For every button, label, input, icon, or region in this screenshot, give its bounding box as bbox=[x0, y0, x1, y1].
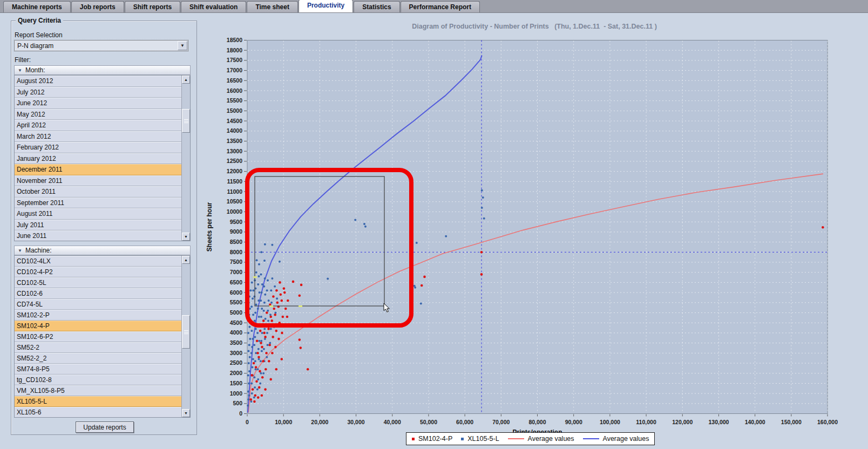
list-item[interactable]: November 2011 bbox=[15, 175, 181, 187]
y-tick-label: 7000 bbox=[230, 269, 243, 275]
scatter-point bbox=[251, 392, 253, 394]
y-tick-label: 0 bbox=[239, 410, 242, 417]
scatter-point bbox=[284, 308, 287, 310]
list-item[interactable]: CD102-4LX bbox=[15, 256, 181, 267]
list-item[interactable]: SM102-2-P bbox=[15, 310, 181, 321]
report-selection-combo[interactable]: P-N diagram ▼ bbox=[14, 40, 188, 51]
list-rows: CD102-4LXCD102-4-P2CD102-5LCD102-6CD74-5… bbox=[15, 256, 181, 417]
list-item[interactable]: SM52-2_2 bbox=[15, 353, 181, 364]
tab-shift-reports[interactable]: Shift reports bbox=[125, 1, 180, 12]
list-item[interactable]: XL105-5-L bbox=[15, 396, 181, 407]
tab-performance-report[interactable]: Performance Report bbox=[401, 1, 480, 12]
tab-productivity[interactable]: Productivity bbox=[299, 0, 353, 12]
scatter-point bbox=[251, 281, 253, 283]
tab-shift-evaluation[interactable]: Shift evaluation bbox=[181, 1, 246, 12]
scatter-point bbox=[259, 370, 261, 373]
scatter-point bbox=[256, 340, 259, 343]
list-item[interactable]: SM102-4-P bbox=[15, 321, 181, 331]
scroll-down-icon[interactable]: ▼ bbox=[182, 233, 190, 241]
list-item[interactable]: SM52-2 bbox=[15, 342, 181, 353]
list-item[interactable]: June 2012 bbox=[15, 98, 181, 109]
scrollbar[interactable]: ▲▼ bbox=[181, 76, 190, 241]
list-item[interactable]: tg_CD102-8 bbox=[15, 375, 181, 385]
scroll-thumb[interactable] bbox=[182, 109, 190, 133]
scatter-point bbox=[254, 319, 256, 322]
scatter-point bbox=[257, 356, 260, 359]
scatter-point bbox=[264, 294, 266, 296]
scatter-point bbox=[257, 300, 260, 302]
scatter-point bbox=[271, 244, 273, 246]
x-tick-label: 120,000 bbox=[672, 419, 693, 425]
update-reports-button[interactable]: Update reports bbox=[76, 421, 134, 433]
scroll-up-icon[interactable]: ▲ bbox=[182, 256, 190, 264]
x-tick-label: 160,000 bbox=[817, 419, 838, 425]
scatter-point bbox=[299, 294, 301, 297]
legend-dot-icon bbox=[412, 438, 415, 440]
scatter-point bbox=[282, 316, 284, 318]
list-item[interactable]: CD102-4-P2 bbox=[15, 267, 181, 277]
list-item[interactable]: September 2011 bbox=[15, 198, 181, 209]
scatter-point bbox=[264, 338, 266, 340]
list-item[interactable]: December 2011 bbox=[15, 164, 181, 175]
scatter-point bbox=[364, 226, 367, 228]
list-item[interactable]: August 2011 bbox=[15, 208, 181, 220]
scatter-point bbox=[251, 346, 253, 348]
list-item[interactable]: February 2012 bbox=[15, 142, 181, 153]
y-tick-label: 4500 bbox=[230, 319, 243, 326]
list-item[interactable]: August 2012 bbox=[15, 76, 181, 87]
list-item[interactable]: October 2011 bbox=[15, 186, 181, 198]
y-tick-label: 11000 bbox=[227, 188, 242, 195]
list-item[interactable]: XL105-6 bbox=[15, 407, 181, 418]
scatter-point bbox=[413, 285, 416, 287]
scatter-point bbox=[283, 291, 286, 294]
scrollbar[interactable]: ▲▼ bbox=[181, 256, 190, 417]
list-item[interactable]: June 2011 bbox=[15, 230, 181, 241]
list-item[interactable]: April 2012 bbox=[15, 120, 181, 131]
list-item[interactable]: March 2012 bbox=[15, 131, 181, 142]
chart-panel: Diagram of Productivity - Number of Prin… bbox=[201, 13, 868, 449]
list-item[interactable]: January 2012 bbox=[15, 153, 181, 165]
y-tick-label: 5500 bbox=[230, 299, 243, 305]
scroll-thumb[interactable] bbox=[182, 315, 190, 349]
machine-section-header[interactable]: ▼ Machine: bbox=[14, 246, 191, 255]
list-item[interactable]: CD102-6 bbox=[15, 288, 181, 299]
x-tick-label: 10,000 bbox=[275, 419, 292, 425]
x-tick-label: 30,000 bbox=[348, 419, 365, 425]
scroll-down-icon[interactable]: ▼ bbox=[182, 409, 190, 417]
scatter-point bbox=[280, 294, 282, 296]
list-item[interactable]: CD74-5L bbox=[15, 299, 181, 310]
scatter-point bbox=[273, 308, 275, 310]
tab-machine-reports[interactable]: Machine reports bbox=[3, 1, 71, 12]
tab-statistics[interactable]: Statistics bbox=[354, 1, 399, 12]
legend-item: Average values bbox=[508, 435, 574, 443]
scatter-point bbox=[263, 328, 266, 330]
scatter-point bbox=[423, 276, 426, 278]
list-item[interactable]: SM102-6-P2 bbox=[15, 331, 181, 342]
scatter-point bbox=[265, 368, 267, 371]
list-item[interactable]: CD102-5L bbox=[15, 277, 181, 288]
list-item[interactable]: VM_XL105-8-P5 bbox=[15, 385, 181, 396]
chevron-down-icon[interactable]: ▼ bbox=[178, 41, 187, 50]
y-tick-label: 13000 bbox=[227, 148, 242, 154]
scatter-point bbox=[276, 297, 278, 300]
tab-time-sheet[interactable]: Time sheet bbox=[247, 1, 297, 12]
tab-job-reports[interactable]: Job reports bbox=[71, 1, 124, 12]
scatter-point bbox=[257, 348, 260, 350]
list-item[interactable]: July 2012 bbox=[15, 87, 181, 98]
list-item[interactable]: July 2011 bbox=[15, 220, 181, 231]
list-item[interactable]: May 2012 bbox=[15, 109, 181, 120]
x-tick-label: 0 bbox=[246, 419, 249, 425]
list-item[interactable]: SM74-8-P5 bbox=[15, 364, 181, 375]
scatter-point bbox=[480, 273, 483, 276]
pn-diagram-chart[interactable]: 0500100015002000250030003500400045005000… bbox=[205, 15, 868, 449]
scatter-point bbox=[254, 360, 256, 362]
scatter-point bbox=[421, 284, 423, 287]
scatter-point bbox=[253, 344, 255, 346]
scatter-point bbox=[261, 346, 263, 349]
month-section-header[interactable]: ▼ Month: bbox=[14, 65, 191, 75]
list-rows: August 2012July 2012June 2012May 2012Apr… bbox=[15, 76, 181, 241]
scatter-point bbox=[260, 300, 262, 302]
scatter-point bbox=[262, 360, 265, 363]
selection-handle bbox=[269, 305, 273, 307]
scroll-up-icon[interactable]: ▲ bbox=[182, 76, 190, 84]
